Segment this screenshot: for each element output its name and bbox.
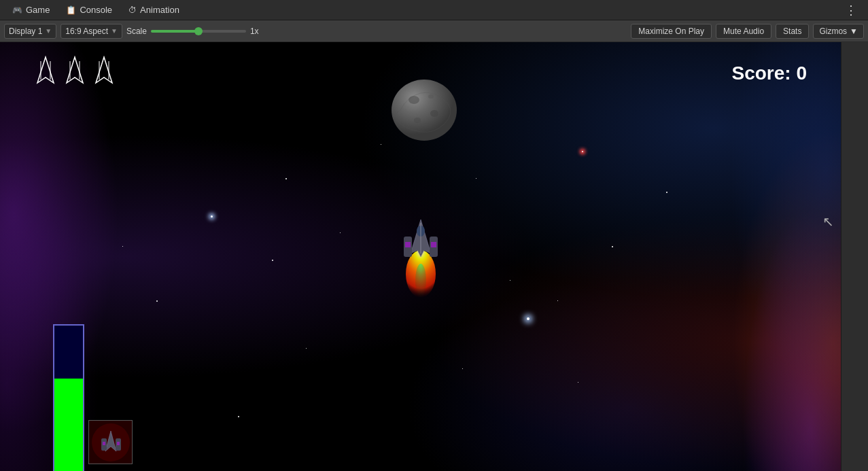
gizmos-button[interactable]: Gizmos ▼ (813, 24, 864, 39)
maximize-button[interactable]: Maximize On Play (631, 24, 712, 39)
asteroid (387, 76, 462, 144)
lives-display (34, 56, 116, 86)
svg-point-15 (415, 264, 426, 298)
svg-rect-20 (405, 242, 411, 247)
console-icon: 📋 (66, 5, 76, 15)
menu-console-label: Console (80, 5, 112, 15)
scale-value: 1x (250, 27, 259, 36)
aspect-select[interactable]: 16:9 Aspect ▼ (60, 24, 122, 39)
menu-game[interactable]: 🎮 Game (5, 2, 56, 18)
stats-button[interactable]: Stats (776, 24, 809, 39)
star (527, 317, 530, 320)
life-ship-1 (34, 56, 58, 86)
star (272, 260, 273, 261)
health-bar-fill (54, 379, 83, 471)
scale-label: Scale (126, 27, 147, 36)
gizmos-label: Gizmos (819, 27, 847, 36)
menu-animation-label: Animation (140, 5, 179, 15)
svg-marker-8 (67, 57, 83, 83)
game-icon: 🎮 (12, 5, 22, 15)
svg-rect-29 (103, 442, 105, 445)
svg-rect-30 (117, 442, 120, 445)
life-ship-3 (92, 56, 116, 86)
star (156, 300, 158, 302)
svg-marker-11 (96, 57, 112, 83)
scale-slider[interactable] (151, 30, 246, 33)
display-arrow: ▼ (45, 27, 52, 35)
menu-bar-right: ⋮ (839, 3, 863, 18)
thumbnail-preview (88, 420, 133, 464)
menu-game-label: Game (26, 5, 50, 15)
mute-button[interactable]: Mute Audio (716, 24, 771, 39)
star (238, 416, 239, 417)
star (122, 246, 123, 247)
star (340, 232, 341, 233)
star (557, 300, 558, 301)
life-ship-2 (63, 56, 87, 86)
toolbar: Display 1 ▼ 16:9 Aspect ▼ Scale 1x Maxim… (0, 20, 868, 42)
scale-group: Scale 1x (126, 27, 259, 36)
game-viewport[interactable]: Score: 0 (0, 42, 841, 471)
mute-label: Mute Audio (723, 27, 764, 36)
health-bar-container (53, 324, 84, 471)
star (285, 178, 287, 179)
svg-point-3 (414, 118, 421, 123)
aspect-arrow: ▼ (111, 27, 118, 35)
display-select[interactable]: Display 1 ▼ (4, 24, 56, 39)
score-display: Score: 0 (732, 63, 808, 84)
nebula-right (691, 42, 841, 471)
spaceship (394, 216, 448, 298)
display-label: Display 1 (9, 27, 42, 36)
star (306, 348, 307, 349)
star (582, 151, 583, 152)
svg-marker-5 (37, 57, 54, 83)
star (666, 192, 667, 193)
maximize-label: Maximize On Play (638, 27, 704, 36)
more-options-icon[interactable]: ⋮ (839, 3, 863, 18)
star (510, 280, 510, 281)
svg-point-4 (428, 94, 434, 99)
gizmos-arrow: ▼ (850, 27, 858, 36)
animation-icon: ⏱ (128, 5, 137, 15)
star (612, 246, 613, 247)
star (381, 144, 381, 145)
menu-console[interactable]: 📋 Console (59, 2, 119, 18)
star (578, 382, 578, 383)
star (476, 178, 476, 179)
menu-bar: 🎮 Game 📋 Console ⏱ Animation ⋮ (0, 0, 868, 20)
aspect-label: 16:9 Aspect (65, 27, 108, 36)
main-area: Score: 0 (0, 42, 868, 471)
svg-rect-21 (431, 242, 436, 247)
svg-point-0 (392, 80, 457, 141)
right-sidebar (841, 42, 868, 471)
svg-point-2 (430, 110, 438, 117)
stats-label: Stats (783, 27, 801, 36)
svg-point-1 (409, 96, 419, 104)
menu-animation[interactable]: ⏱ Animation (122, 2, 186, 18)
star (462, 368, 463, 369)
star (211, 215, 213, 217)
